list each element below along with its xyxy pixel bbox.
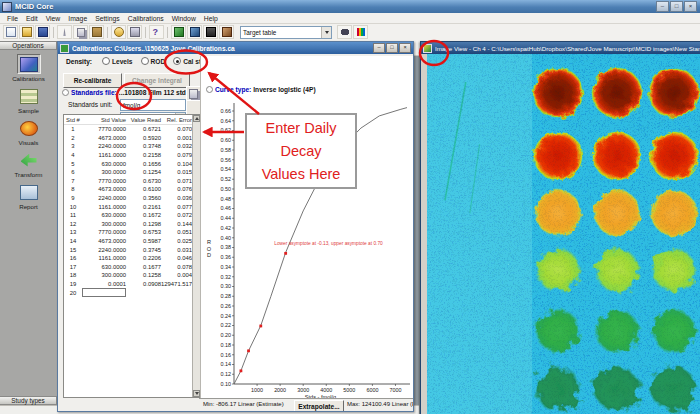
table-row[interactable]: 5630.00000.16560.104 — [64, 159, 200, 168]
table-row[interactable]: 41161.00000.21580.079 — [64, 151, 200, 160]
menu-image[interactable]: Image — [64, 15, 91, 22]
standards-table[interactable]: Std #Std ValueValue ReadRel. Error 17770… — [63, 114, 201, 398]
camera-icon[interactable] — [203, 25, 218, 39]
table-row[interactable]: 6300.00000.12540.015 — [64, 168, 200, 177]
binoculars-icon[interactable] — [337, 25, 352, 39]
cal-maximize-button[interactable]: □ — [386, 43, 398, 53]
radio-icon — [141, 57, 149, 65]
calibrations-icon — [20, 57, 38, 72]
svg-text:6000: 6000 — [366, 387, 378, 393]
calibrations-window-titlebar[interactable]: Calibrations: C:\Users..\150625 Jove Cal… — [58, 42, 413, 54]
table-row[interactable]: 84673.00000.61000.076 — [64, 185, 200, 194]
app-window: MCID Core – □ × FileEditViewImageSetting… — [0, 0, 700, 414]
cal-close-button[interactable]: × — [399, 43, 411, 53]
search-icon[interactable] — [111, 25, 126, 39]
menu-help[interactable]: Help — [200, 15, 222, 22]
menu-view[interactable]: View — [42, 15, 65, 22]
menu-settings[interactable]: Settings — [91, 15, 124, 22]
column-header-1: Std Value — [82, 117, 126, 123]
svg-text:0.20: 0.20 — [221, 332, 232, 338]
table-row[interactable]: 77770.00000.67300.071 — [64, 177, 200, 186]
histogram-icon[interactable] — [353, 25, 368, 39]
maximize-button[interactable]: □ — [670, 1, 683, 12]
cut-icon[interactable] — [57, 25, 72, 39]
new-document-icon[interactable] — [3, 25, 18, 39]
svg-text:0.38: 0.38 — [221, 244, 232, 250]
svg-text:0.22: 0.22 — [221, 322, 232, 328]
standards-table-scrollbar[interactable] — [192, 115, 200, 397]
standards-table-button[interactable] — [186, 86, 201, 101]
annotation-line: Values Here — [247, 163, 355, 186]
table-row[interactable]: 18300.00000.12580.004 — [64, 271, 200, 280]
new-standard-input[interactable] — [82, 288, 126, 297]
image-tool-icon-1[interactable] — [171, 25, 186, 39]
svg-text:0.48: 0.48 — [221, 196, 232, 202]
annotation-note: Enter Daily Decay Values Here — [245, 113, 357, 189]
sidebar-item-visuals[interactable]: Visuals — [5, 118, 53, 146]
standards-file-radio[interactable] — [62, 89, 69, 96]
density-radio-levels[interactable]: Levels — [102, 57, 133, 65]
paste-icon[interactable] — [89, 25, 104, 39]
svg-text:0.30: 0.30 — [221, 283, 232, 289]
standards-histogram-button[interactable] — [186, 100, 201, 115]
open-folder-icon[interactable] — [19, 25, 34, 39]
svg-text:0.32: 0.32 — [221, 274, 232, 280]
table-row[interactable]: 137770.00000.67530.051 — [64, 228, 200, 237]
table-row[interactable]: 152240.00000.37450.031 — [64, 245, 200, 254]
svg-text:0.36: 0.36 — [221, 254, 232, 260]
radio-icon — [173, 57, 181, 65]
image-tool-icon-2[interactable] — [187, 25, 202, 39]
close-button[interactable]: × — [684, 1, 697, 12]
minimize-button[interactable]: – — [656, 1, 669, 12]
menu-calibrations[interactable]: Calibrations — [124, 15, 168, 22]
operations-header[interactable]: Operations — [0, 41, 57, 50]
target-table-select[interactable]: Target table — [240, 26, 332, 39]
sidebar-item-sample[interactable]: Sample — [5, 86, 53, 114]
svg-text:0.58: 0.58 — [221, 147, 232, 153]
scroll-down-icon[interactable] — [193, 390, 200, 397]
save-icon[interactable] — [35, 25, 50, 39]
help-icon[interactable]: ? — [149, 25, 164, 39]
svg-text:Lower asymptote at -0.13, uppe: Lower asymptote at -0.13, upper asymptot… — [274, 241, 383, 246]
copy-icon[interactable] — [73, 25, 88, 39]
table-row[interactable]: 17770.00000.67210.070 — [64, 125, 200, 134]
menu-edit[interactable]: Edit — [22, 15, 42, 22]
menu-window[interactable]: Window — [168, 15, 200, 22]
title-bar[interactable]: MCID Core – □ × — [0, 0, 700, 13]
curve-type-radio[interactable] — [206, 86, 213, 93]
change-integral-button[interactable]: Change Integral — [124, 73, 190, 88]
menu-file[interactable]: File — [3, 15, 22, 22]
image-view-titlebar[interactable]: Image View - Ch 4 - C:\Users\spatHub\Dro… — [421, 42, 700, 54]
standards-unit-input[interactable]: fmol/g — [120, 99, 186, 111]
standards-image[interactable] — [427, 54, 700, 414]
svg-text:0.34: 0.34 — [221, 264, 232, 270]
table-row[interactable]: 11630.00000.16720.072 — [64, 211, 200, 220]
calibrations-window-title: Calibrations: C:\Users..\150625 Jove Cal… — [72, 45, 372, 52]
table-row[interactable]: 24673.00000.59200.001 — [64, 134, 200, 143]
sidebar-item-calibrations[interactable]: Calibrations — [5, 54, 53, 82]
table-row[interactable]: 101161.00000.21610.077 — [64, 202, 200, 211]
print-icon[interactable] — [127, 25, 142, 39]
table-row[interactable]: 190.00010.0908129471.517 — [64, 280, 200, 289]
scroll-up-icon[interactable] — [193, 115, 200, 122]
extrapolate-button[interactable]: Extrapolate... — [294, 400, 344, 411]
table-row[interactable]: 20 — [64, 288, 200, 297]
recalibrate-button[interactable]: Re-calibrate — [63, 73, 122, 88]
svg-text:2000: 2000 — [274, 387, 286, 393]
sidebar-item-transform[interactable]: Transform — [5, 150, 53, 178]
svg-text:0.16: 0.16 — [221, 352, 232, 358]
table-row[interactable]: 12300.00000.12980.144 — [64, 220, 200, 229]
min-estimate: Min: -806.17 Linear (Estimate) — [203, 401, 284, 407]
table-row[interactable]: 161161.00000.22060.046 — [64, 254, 200, 263]
table-row[interactable]: 17630.00000.16770.078 — [64, 263, 200, 272]
cal-minimize-button[interactable]: – — [373, 43, 385, 53]
table-row[interactable]: 92240.00000.35600.036 — [64, 194, 200, 203]
table-row[interactable]: 32240.00000.37480.032 — [64, 142, 200, 151]
study-types-header[interactable]: Study types — [0, 396, 57, 405]
image-view-window-icon[interactable] — [423, 44, 432, 53]
density-radio-rod[interactable]: ROD — [141, 57, 166, 65]
svg-text:0.12: 0.12 — [221, 371, 232, 377]
table-row[interactable]: 144673.00000.59870.025 — [64, 237, 200, 246]
sidebar-item-report[interactable]: Report — [5, 182, 53, 210]
image-tool-icon-3[interactable] — [219, 25, 234, 39]
